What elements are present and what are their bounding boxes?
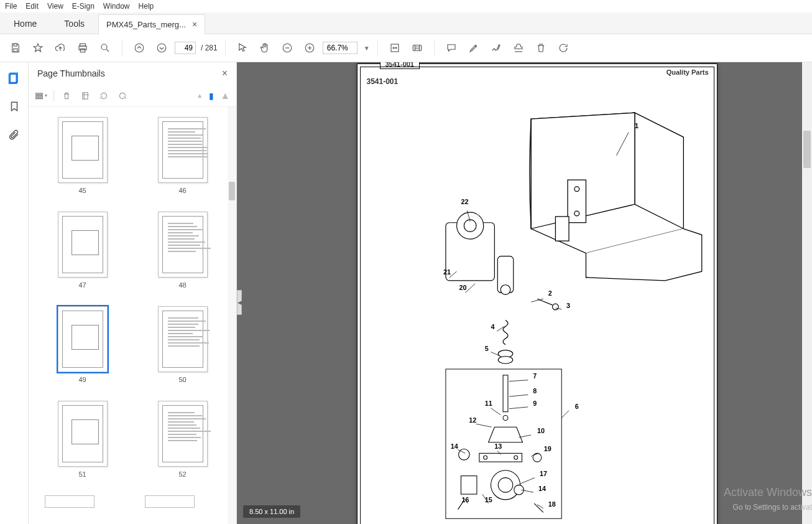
fit-width-icon[interactable]: [385, 39, 404, 57]
stamp-icon[interactable]: [509, 39, 528, 57]
save-icon[interactable]: [6, 39, 25, 57]
panel-collapse-grip[interactable]: ◀: [237, 290, 242, 315]
thumbnail-partial[interactable]: [145, 495, 195, 508]
rotate-ccw-icon[interactable]: [98, 90, 110, 102]
thumbnail-46[interactable]: 46: [145, 117, 220, 194]
svg-line-59: [509, 407, 527, 409]
callout-15: 15: [484, 496, 492, 503]
svg-line-58: [509, 395, 527, 396]
svg-rect-5: [14, 49, 17, 52]
svg-point-24: [574, 211, 579, 216]
highlight-icon[interactable]: [464, 39, 483, 57]
star-icon[interactable]: [29, 39, 47, 57]
svg-point-37: [503, 416, 508, 421]
page-down-icon[interactable]: [152, 39, 171, 57]
nav-rail: [0, 62, 29, 524]
callout-12: 12: [469, 416, 476, 424]
hand-tool-icon[interactable]: [256, 39, 274, 57]
close-icon[interactable]: ×: [192, 19, 197, 29]
menu-window[interactable]: Window: [103, 2, 130, 11]
thumbnail-48[interactable]: 48: [145, 212, 220, 289]
thumbnail-50[interactable]: 50: [145, 306, 220, 383]
thumbnail-47[interactable]: 47: [45, 212, 120, 289]
thumbnail-49[interactable]: 49: [45, 306, 120, 383]
callout-2: 2: [548, 289, 551, 297]
thumbnail-label: 51: [78, 470, 86, 478]
callout-9: 9: [533, 400, 537, 407]
menu-view[interactable]: View: [47, 2, 63, 11]
insert-page-icon[interactable]: [79, 90, 91, 102]
bookmark-icon[interactable]: [7, 100, 21, 113]
panel-close-icon[interactable]: ×: [222, 68, 228, 79]
menu-file[interactable]: File: [5, 2, 17, 11]
thumb-size-slider[interactable]: ▮: [209, 91, 214, 101]
rotate-cw-icon[interactable]: [116, 90, 129, 102]
thumbnail-51[interactable]: 51: [45, 401, 120, 478]
svg-point-48: [533, 453, 542, 462]
callout-8: 8: [533, 387, 537, 395]
svg-point-40: [514, 456, 517, 459]
callout-4: 4: [491, 323, 494, 330]
svg-line-62: [476, 424, 491, 427]
zoom-input[interactable]: [323, 42, 358, 54]
thumbnails-scrollbar[interactable]: [228, 107, 236, 524]
comment-icon[interactable]: [442, 39, 461, 57]
svg-point-34: [498, 356, 513, 363]
tab-document[interactable]: PMX45_Parts_merg... ×: [98, 14, 205, 34]
svg-rect-20: [36, 97, 43, 98]
rotate-icon[interactable]: [554, 39, 573, 57]
attachment-icon[interactable]: [7, 128, 21, 142]
callout-13: 13: [494, 442, 502, 450]
tab-document-label: PMX45_Parts_merg...: [106, 20, 186, 29]
cloud-upload-icon[interactable]: [51, 39, 70, 57]
svg-line-67: [520, 478, 535, 484]
thumbnails-list[interactable]: 4546474849505152: [29, 107, 236, 524]
svg-point-11: [157, 44, 166, 52]
thumbnail-label: 52: [178, 470, 186, 478]
read-mode-icon[interactable]: [408, 39, 427, 57]
svg-point-23: [574, 187, 579, 192]
thumbnail-label: 45: [78, 187, 86, 194]
page-up-icon[interactable]: [130, 39, 149, 57]
menu-help[interactable]: Help: [139, 2, 154, 11]
search-icon[interactable]: [96, 39, 114, 57]
tab-home[interactable]: Home: [0, 14, 50, 34]
thumbnails-panel: Page Thumbnails × ▾ ▲ ▮ ▲ 45464748495051…: [29, 62, 237, 524]
chevron-down-icon[interactable]: ▼: [364, 45, 370, 52]
options-icon[interactable]: ▾: [35, 90, 47, 102]
thumb-size-small-icon[interactable]: ▲: [196, 92, 203, 99]
menu-esign[interactable]: E-Sign: [72, 2, 95, 11]
thumbnails-panel-icon[interactable]: [7, 71, 21, 85]
svg-line-63: [519, 435, 531, 437]
menu-edit[interactable]: Edit: [25, 2, 39, 11]
main-toolbar: / 281 ▼: [0, 34, 812, 62]
callout-6: 6: [574, 403, 578, 410]
thumbnail-partial[interactable]: [45, 495, 95, 508]
thumbnail-45[interactable]: 45: [45, 117, 120, 194]
document-viewer[interactable]: 3541-001 Quality Parts 3541-001: [237, 62, 812, 524]
zoom-out-icon[interactable]: [278, 39, 297, 57]
delete-page-icon[interactable]: [60, 90, 73, 102]
callout-17: 17: [539, 470, 547, 477]
sign-icon[interactable]: [487, 39, 505, 57]
trash-icon[interactable]: [532, 39, 550, 57]
tab-tools[interactable]: Tools: [50, 14, 98, 34]
print-icon[interactable]: [73, 39, 92, 57]
thumbnail-52[interactable]: 52: [145, 401, 220, 478]
viewer-scrollbar[interactable]: [802, 62, 812, 524]
callout-1: 1: [634, 122, 638, 129]
zoom-in-icon[interactable]: [300, 39, 319, 57]
svg-line-61: [491, 408, 501, 415]
menu-bar: File Edit View E-Sign Window Help: [0, 0, 812, 12]
callout-22: 22: [461, 198, 468, 205]
thumbnail-label: 50: [178, 376, 186, 383]
svg-line-52: [465, 284, 475, 293]
callout-3: 3: [566, 302, 570, 309]
thumb-size-large-icon[interactable]: ▲: [220, 90, 230, 101]
callout-20: 20: [459, 284, 466, 291]
select-tool-icon[interactable]: [233, 39, 252, 57]
svg-point-30: [501, 285, 510, 295]
panel-title: Page Thumbnails: [37, 68, 105, 78]
page-view: 3541-001 Quality Parts 3541-001: [357, 63, 717, 524]
page-number-input[interactable]: [175, 42, 196, 54]
